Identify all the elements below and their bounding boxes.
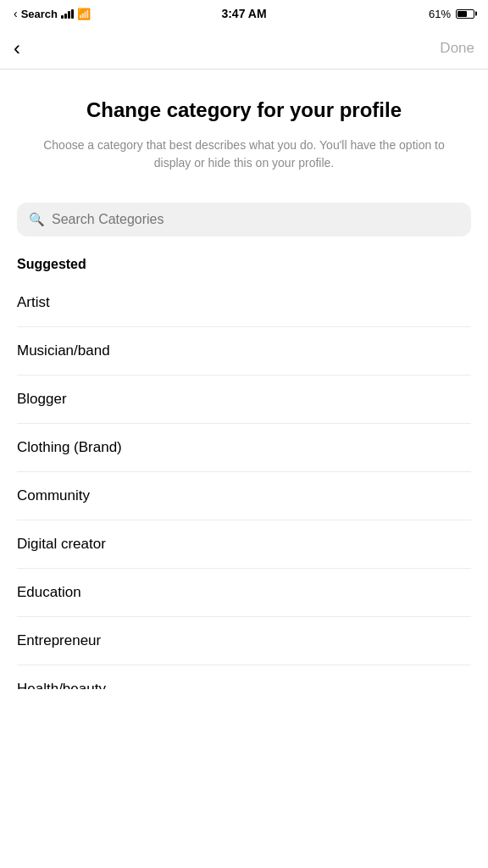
nav-bar: ‹ Done xyxy=(0,27,488,70)
battery-body xyxy=(456,9,474,19)
search-input[interactable] xyxy=(52,212,459,227)
page-title: Change category for your profile xyxy=(17,97,471,123)
battery-info: 61% xyxy=(429,8,474,20)
category-list: Artist Musician/band Blogger Clothing (B… xyxy=(17,279,471,689)
list-item[interactable]: Blogger xyxy=(17,376,471,424)
back-button[interactable]: ‹ xyxy=(14,33,27,64)
status-time: 3:47 AM xyxy=(221,7,266,20)
search-icon: 🔍 xyxy=(29,212,45,227)
carrier-info: ‹ Search 📶 xyxy=(14,7,91,20)
signal-bars-icon xyxy=(61,8,74,19)
list-item[interactable]: Entrepreneur xyxy=(17,617,471,665)
carrier-name: Search xyxy=(21,8,58,20)
list-item[interactable]: Musician/band xyxy=(17,327,471,376)
list-item[interactable]: Artist xyxy=(17,279,471,327)
list-item[interactable]: Education xyxy=(17,569,471,617)
list-item[interactable]: Digital creator xyxy=(17,520,471,569)
done-button[interactable]: Done xyxy=(440,40,474,57)
battery-fill xyxy=(458,11,467,17)
carrier-chevron: ‹ xyxy=(14,7,18,20)
signal-bar-2 xyxy=(64,14,67,19)
search-container: 🔍 xyxy=(0,189,488,243)
status-bar: ‹ Search 📶 3:47 AM 61% xyxy=(0,0,488,27)
wifi-icon: 📶 xyxy=(77,8,91,20)
signal-bar-3 xyxy=(68,11,70,19)
page-subtitle: Choose a category that best describes wh… xyxy=(17,136,471,172)
battery-icon xyxy=(456,9,474,19)
category-section: Suggested Artist Musician/band Blogger C… xyxy=(0,243,488,689)
list-item-partial[interactable]: Health/beauty xyxy=(17,665,471,689)
search-bar[interactable]: 🔍 xyxy=(17,203,471,236)
list-item[interactable]: Community xyxy=(17,472,471,520)
signal-bar-1 xyxy=(61,15,64,19)
signal-bar-4 xyxy=(71,9,74,19)
list-item[interactable]: Clothing (Brand) xyxy=(17,424,471,472)
suggested-label: Suggested xyxy=(17,257,471,272)
header-section: Change category for your profile Choose … xyxy=(0,70,488,189)
battery-percent: 61% xyxy=(429,8,451,20)
